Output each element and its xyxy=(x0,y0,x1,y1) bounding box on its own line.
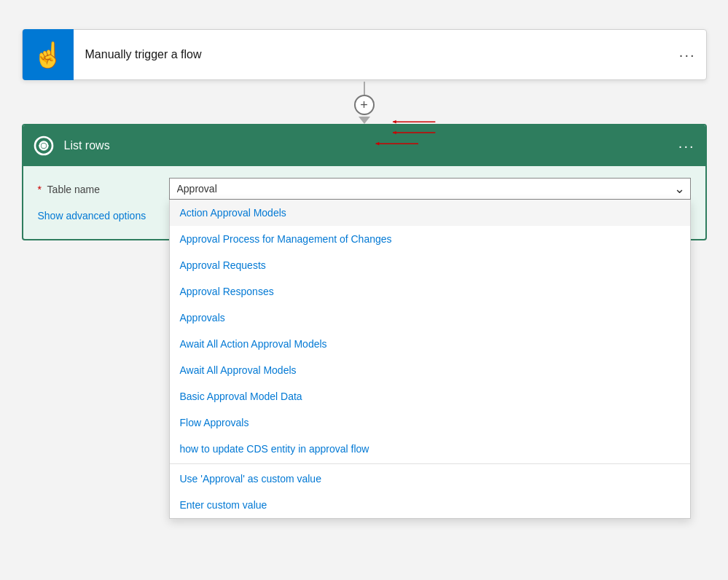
dataverse-icon xyxy=(32,134,55,157)
dropdown-item-approval-responses[interactable]: Approval Responses xyxy=(170,278,690,305)
connector: + xyxy=(22,80,707,124)
dropdown-item-approvals[interactable]: Approvals xyxy=(170,305,690,331)
table-name-input[interactable] xyxy=(169,178,691,200)
dropdown-item-use-custom[interactable]: Use 'Approval' as custom value xyxy=(170,466,690,492)
listrows-body: * Table name ⌄ Action Approval Models Ap… xyxy=(23,166,705,239)
dropdown-item-approval-requests[interactable]: Approval Requests xyxy=(170,252,690,278)
listrows-icon xyxy=(23,125,64,166)
listrows-ellipsis-button[interactable]: ··· xyxy=(668,132,705,160)
table-name-field-row: * Table name ⌄ Action Approval Models Ap… xyxy=(38,178,691,200)
trigger-icon: ☝ xyxy=(23,29,74,80)
show-advanced-button[interactable]: Show advanced options xyxy=(38,207,146,224)
table-name-dropdown: Action Approval Models Approval Process … xyxy=(169,200,691,519)
table-name-label: * Table name xyxy=(38,178,169,195)
dropdown-item-basic-approval[interactable]: Basic Approval Model Data xyxy=(170,383,690,409)
trigger-ellipsis-button[interactable]: ··· xyxy=(669,41,706,69)
trigger-block: ☝ Manually trigger a flow ··· xyxy=(22,29,707,80)
listrows-title: List rows xyxy=(64,139,668,152)
dropdown-item-await-all-action[interactable]: Await All Action Approval Models xyxy=(170,331,690,357)
required-indicator: * xyxy=(38,184,42,195)
listrows-header: List rows ··· xyxy=(23,125,705,166)
touch-icon-glyph: ☝ xyxy=(33,42,63,67)
plus-icon: + xyxy=(360,98,368,113)
svg-point-1 xyxy=(41,144,46,149)
dropdown-item-await-all-approval[interactable]: Await All Approval Models xyxy=(170,357,690,383)
dropdown-item-how-to-update[interactable]: how to update CDS entity in approval flo… xyxy=(170,436,690,462)
dropdown-item-action-approval-models[interactable]: Action Approval Models xyxy=(170,200,690,226)
table-name-input-wrapper: ⌄ Action Approval Models Approval Proces… xyxy=(169,178,691,200)
listrows-block: List rows ··· * Table name ⌄ Action Appr… xyxy=(22,124,707,240)
dropdown-item-enter-custom[interactable]: Enter custom value xyxy=(170,492,690,518)
connector-line-top xyxy=(364,82,365,95)
dropdown-item-flow-approvals[interactable]: Flow Approvals xyxy=(170,409,690,436)
field-label-text: Table name xyxy=(47,184,100,195)
dropdown-divider xyxy=(170,463,690,464)
connector-arrow xyxy=(359,117,370,124)
dropdown-item-approval-process[interactable]: Approval Process for Management of Chang… xyxy=(170,226,690,252)
trigger-title: Manually trigger a flow xyxy=(74,48,669,61)
add-step-button[interactable]: + xyxy=(354,95,375,115)
